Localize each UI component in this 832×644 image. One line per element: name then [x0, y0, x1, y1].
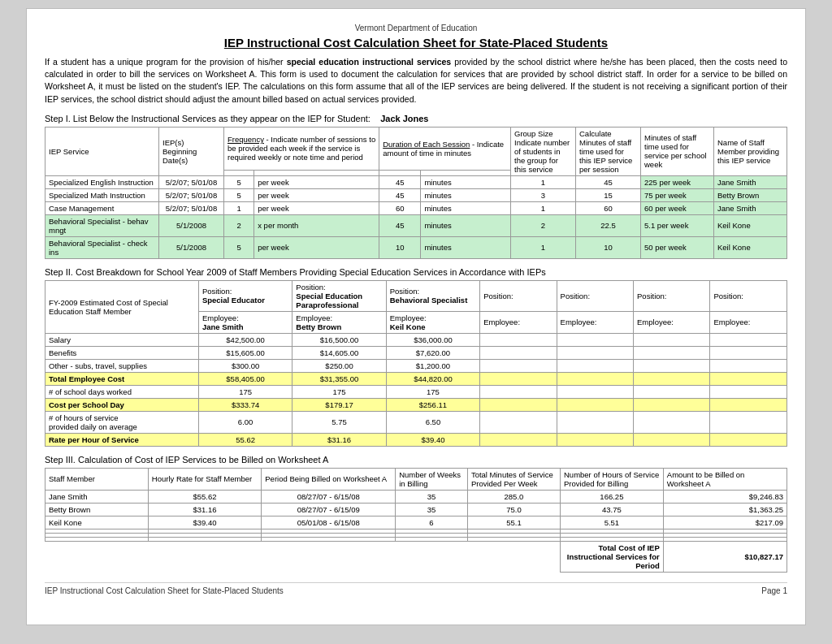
col3-total-min: Total Minutes of Service Provided Per We… — [467, 468, 560, 490]
col-duration: Duration of Each Session - Indicate amou… — [379, 127, 511, 170]
col-pos2: Position:Special Education Paraprofessio… — [292, 280, 386, 311]
cell-staff: Betty Brown — [714, 188, 787, 201]
cell-staff: Keil Kone — [714, 214, 787, 236]
table-row: # of hours of service provided daily on … — [46, 411, 787, 433]
section1-table: IEP Service IEP(s) Beginning Date(s) Fre… — [45, 127, 787, 259]
cell-min-week: 285.0 — [467, 490, 560, 503]
cell-label: Salary — [46, 333, 199, 346]
table-row: Cost per School Day$333.74$179.17$256.11 — [46, 398, 787, 411]
cell-val: $14,605.00 — [292, 346, 386, 359]
cell-val — [634, 433, 710, 446]
cell-period: 08/27/07 - 6/15/08 — [262, 490, 396, 503]
col-pos6: Position: — [634, 280, 710, 311]
cell-val: $15,605.00 — [198, 346, 292, 359]
cell-staff: Keil Kone — [714, 236, 787, 258]
table-row: Jane Smith $55.62 08/27/07 - 6/15/08 35 … — [46, 490, 787, 503]
cell-rate: $55.62 — [148, 490, 261, 503]
cell-service: Specialized English Instruction — [46, 175, 159, 188]
cell-val: $256.11 — [386, 398, 479, 411]
cell-val — [557, 372, 633, 385]
cell-val: $179.17 — [292, 398, 386, 411]
cell-val: $300.00 — [198, 359, 292, 372]
cell-freq-period: per week — [254, 201, 379, 214]
page: Vermont Department of Education IEP Inst… — [26, 8, 806, 625]
cell-val — [480, 333, 557, 346]
cell-val: $7,620.00 — [386, 346, 479, 359]
cell-val — [710, 398, 787, 411]
cell-min-week: 75 per week — [641, 188, 714, 201]
cell-val: 175 — [292, 385, 386, 398]
cell-val — [557, 346, 633, 359]
cell-freq-num: 1 — [224, 201, 254, 214]
cell-min-week: 5.1 per week — [641, 214, 714, 236]
cell-staff: Jane Smith — [46, 490, 149, 503]
section2-label: Step II. Cost Breakdown for School Year … — [45, 267, 787, 277]
cell-weeks: 6 — [396, 516, 468, 529]
section3-table: Staff Member Hourly Rate for Staff Membe… — [45, 468, 787, 573]
cell-hours: 5.51 — [561, 516, 664, 529]
table-row: Rate per Hour of Service55.62$31.16$39.4… — [46, 433, 787, 446]
col-emp2: Employee:Betty Brown — [292, 311, 386, 333]
cell-dur: 10 — [379, 236, 421, 258]
cell-freq-period: x per month — [254, 214, 379, 236]
col3-hours: Number of Hours of Service Provided for … — [561, 468, 664, 490]
cell-service: Behavioral Specialist - check ins — [46, 236, 159, 258]
cell-val — [557, 385, 633, 398]
cell-period: 08/27/07 - 6/15/09 — [262, 503, 396, 516]
table-row: # of school days worked175175175 — [46, 385, 787, 398]
cell-calc-min: 10 — [576, 236, 641, 258]
cell-val — [480, 372, 557, 385]
cell-val: $31,355.00 — [292, 372, 386, 385]
cell-val: $39.40 — [386, 433, 479, 446]
student-name: Jack Jones — [380, 114, 428, 123]
cell-staff: Keil Kone — [46, 516, 149, 529]
cell-freq-num: 5 — [224, 175, 254, 188]
cell-label: Total Employee Cost — [46, 372, 199, 385]
cell-val — [710, 385, 787, 398]
cell-dur: 45 — [379, 214, 421, 236]
cell-label: Other - subs, travel, supplies — [46, 359, 199, 372]
col-emp6: Employee: — [634, 311, 710, 333]
cell-val — [710, 411, 787, 433]
cell-val — [634, 333, 710, 346]
cell-val: $1,200.00 — [386, 359, 479, 372]
cell-unit: minutes — [421, 201, 511, 214]
cell-dates: 5/2/07; 5/01/08 — [159, 175, 224, 188]
cell-freq-period: per week — [254, 236, 379, 258]
cell-staff: Jane Smith — [714, 175, 787, 188]
col-pos1: Position:Special Educator — [198, 280, 292, 311]
cell-freq-num: 2 — [224, 214, 254, 236]
cell-freq-period: per week — [254, 175, 379, 188]
col3-staff: Staff Member — [46, 468, 149, 490]
cell-dur: 45 — [379, 188, 421, 201]
col-calc-minutes: Calculate Minutes of staff time used for… — [576, 127, 641, 175]
table-row: Specialized English Instruction 5/2/07; … — [46, 175, 787, 188]
col-pos3: Position:Behavioral Specialist — [386, 280, 479, 311]
cell-min-week: 55.1 — [467, 516, 560, 529]
cell-val: $36,000.00 — [386, 333, 479, 346]
col-pos7: Position: — [710, 280, 787, 311]
cell-weeks: 35 — [396, 503, 468, 516]
cell-val — [557, 433, 633, 446]
cell-val — [634, 411, 710, 433]
cell-val — [634, 346, 710, 359]
cell-unit: minutes — [421, 175, 511, 188]
cell-val — [480, 385, 557, 398]
cell-dates: 5/1/2008 — [159, 236, 224, 258]
cell-unit: minutes — [421, 236, 511, 258]
cell-min-week: 50 per week — [641, 236, 714, 258]
col-staff-label: FY-2009 Estimated Cost of Special Educat… — [46, 280, 199, 333]
table-row: Specialized Math Instruction 5/2/07; 5/0… — [46, 188, 787, 201]
col-pos5: Position: — [557, 280, 633, 311]
table-row: Total Employee Cost$58,405.00$31,355.00$… — [46, 372, 787, 385]
col-emp3: Employee:Keil Kone — [386, 311, 479, 333]
cell-label: # of school days worked — [46, 385, 199, 398]
col-freq-num — [224, 170, 254, 175]
col-emp7: Employee: — [710, 311, 787, 333]
cell-val: $333.74 — [198, 398, 292, 411]
col-minutes-staff: Minutes of staff time used for service p… — [641, 127, 714, 175]
cell-val: 175 — [198, 385, 292, 398]
cell-val — [480, 359, 557, 372]
cell-period: 05/01/08 - 6/15/08 — [262, 516, 396, 529]
cell-group: 1 — [511, 175, 576, 188]
